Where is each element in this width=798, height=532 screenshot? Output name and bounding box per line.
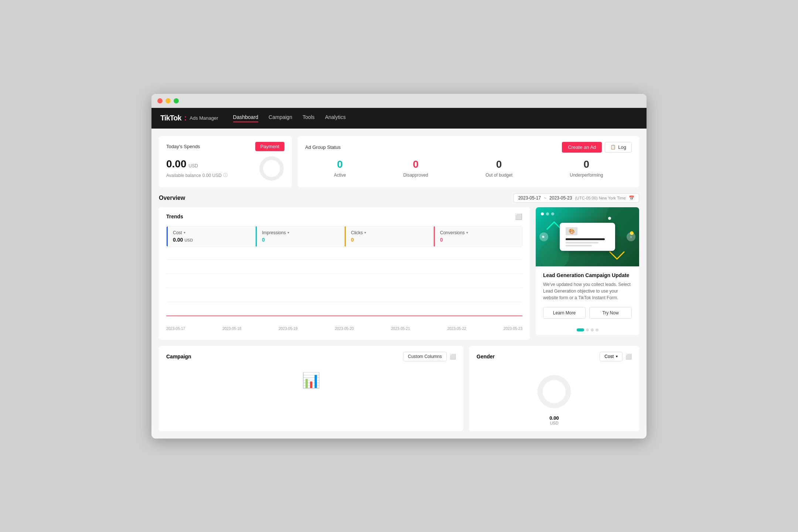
- x-label-1: 2023-05-18: [222, 327, 241, 331]
- svg-point-12: [540, 378, 568, 406]
- conversions-label: Conversions ▾: [440, 230, 517, 235]
- chart-area: 2023-05-17 2023-05-18 2023-05-19 2023-05…: [166, 253, 522, 334]
- under-count: 0: [570, 158, 603, 170]
- under-label: Underperforming: [570, 173, 603, 178]
- carousel-dots: [536, 325, 639, 335]
- spend-currency: USD: [189, 163, 198, 168]
- metric-conversions: Conversions ▾ 0: [434, 226, 522, 246]
- nav-campaign[interactable]: Campaign: [269, 114, 292, 122]
- cost-value: 0.00 USD: [173, 237, 250, 243]
- impressions-chevron[interactable]: ▾: [287, 231, 289, 235]
- trends-header: Trends ⬜: [166, 213, 522, 220]
- custom-columns-button[interactable]: Custom Columns: [403, 352, 447, 361]
- calendar-icon: 📅: [629, 195, 634, 201]
- promo-title: Lead Generation Campaign Update: [543, 272, 632, 278]
- gender-donut-container: [477, 366, 632, 414]
- spend-value: 0.00: [166, 158, 187, 170]
- overview-header: Overview 2023-05-17 ~ 2023-05-23 (UTC-05…: [159, 193, 639, 203]
- x-label-2: 2023-05-19: [279, 327, 297, 331]
- navbar: TikTok : Ads Manager Dashboard Campaign …: [151, 108, 647, 129]
- conversions-chevron[interactable]: ▾: [466, 231, 468, 235]
- campaign-actions: Custom Columns ⬜: [403, 352, 456, 361]
- disapproved-label: Disapproved: [403, 173, 428, 178]
- clicks-label: Clicks ▾: [351, 230, 428, 235]
- spend-content: 0.00 USD Available balance 0.00 USD ⓘ: [166, 156, 284, 181]
- spend-amount: 0.00 USD: [166, 158, 259, 170]
- empty-campaign-icon: 📊: [302, 372, 320, 389]
- app-window: TikTok : Ads Manager Dashboard Campaign …: [151, 94, 647, 439]
- promo-image: 🎨 ‹ ›: [536, 207, 639, 266]
- metric-clicks: Clicks ▾ 0: [345, 226, 433, 246]
- campaign-title: Campaign: [166, 354, 191, 359]
- promo-card: 🎨 ‹ ›: [536, 207, 639, 335]
- gender-title: Gender: [477, 354, 495, 359]
- donut-chart: [259, 156, 284, 181]
- status-actions: Create an Ad 📋 Log: [562, 142, 632, 153]
- window-dot-3: [551, 212, 554, 215]
- svg-point-0: [261, 158, 282, 179]
- metric-cost: Cost ▾ 0.00 USD: [167, 226, 255, 246]
- status-budget: 0 Out of budget: [485, 158, 512, 178]
- export-campaign-icon[interactable]: ⬜: [450, 354, 456, 359]
- balance-value: 0.00 USD: [202, 173, 222, 178]
- cost-dropdown[interactable]: Cost ▾: [600, 352, 623, 361]
- cost-unit: USD: [184, 238, 193, 242]
- export-gender-icon[interactable]: ⬜: [625, 354, 632, 359]
- campaign-empty-state: 📊: [166, 366, 456, 395]
- bottom-row: Campaign Custom Columns ⬜ 📊 Gender: [159, 346, 639, 431]
- disapproved-count: 0: [403, 158, 428, 170]
- clicks-value: 0: [351, 237, 428, 243]
- spend-header: Today's Spends Payment: [166, 142, 284, 151]
- cost-dropdown-label: Cost: [604, 354, 614, 359]
- date-range-picker[interactable]: 2023-05-17 ~ 2023-05-23 (UTC-05:00) New …: [514, 193, 639, 203]
- main-content: Today's Spends Payment 0.00 USD Availabl…: [151, 129, 647, 439]
- conversions-value: 0: [440, 237, 517, 243]
- mockup-line-1: [566, 238, 605, 240]
- carousel-next-button[interactable]: ›: [627, 232, 635, 241]
- tiktok-logo: TikTok: [160, 114, 181, 122]
- status-underperforming: 0 Underperforming: [570, 158, 603, 178]
- learn-more-button[interactable]: Learn More: [543, 307, 586, 319]
- chart-x-labels: 2023-05-17 2023-05-18 2023-05-19 2023-05…: [166, 324, 522, 331]
- date-end: 2023-05-23: [549, 195, 572, 201]
- spend-text: 0.00 USD Available balance 0.00 USD ⓘ: [166, 158, 259, 178]
- x-label-0: 2023-05-17: [166, 327, 185, 331]
- status-disapproved: 0 Disapproved: [403, 158, 428, 178]
- metrics-row: Cost ▾ 0.00 USD Impressions ▾ 0: [166, 226, 522, 247]
- date-start: 2023-05-17: [518, 195, 541, 201]
- cost-dropdown-chevron: ▾: [616, 354, 618, 358]
- x-label-6: 2023-05-23: [504, 327, 522, 331]
- minimize-dot[interactable]: [166, 98, 171, 103]
- try-now-button[interactable]: Try Now: [589, 307, 632, 319]
- carousel-prev-button[interactable]: ‹: [539, 232, 548, 241]
- spend-balance: Available balance 0.00 USD ⓘ: [166, 172, 259, 178]
- mockup-card: 🎨: [560, 223, 615, 251]
- x-label-3: 2023-05-20: [335, 327, 354, 331]
- carousel-dot-2[interactable]: [591, 328, 594, 331]
- log-button[interactable]: 📋 Log: [605, 142, 632, 153]
- clicks-chevron[interactable]: ▾: [364, 231, 366, 235]
- nav-tools[interactable]: Tools: [303, 114, 315, 122]
- gender-card: Gender Cost ▾ ⬜: [469, 346, 639, 431]
- gender-cost-label: USD: [477, 421, 632, 425]
- cost-chevron[interactable]: ▾: [184, 231, 185, 235]
- nav-analytics[interactable]: Analytics: [325, 114, 346, 122]
- nav-dashboard[interactable]: Dashboard: [233, 114, 259, 122]
- gender-chart: 0.00 USD: [477, 366, 632, 425]
- info-icon: ⓘ: [223, 172, 228, 178]
- close-dot[interactable]: [157, 98, 163, 103]
- active-label: Active: [334, 173, 346, 178]
- export-icon[interactable]: ⬜: [515, 213, 522, 220]
- carousel-dot-3[interactable]: [596, 328, 598, 331]
- mockup-icon: 🎨: [566, 227, 577, 235]
- create-ad-button[interactable]: Create an Ad: [562, 142, 602, 153]
- payment-button[interactable]: Payment: [255, 142, 284, 151]
- status-items: 0 Active 0 Disapproved 0 Out of budget 0…: [305, 158, 632, 178]
- maximize-dot[interactable]: [174, 98, 179, 103]
- carousel-dot-1[interactable]: [586, 328, 589, 331]
- carousel-dot-0[interactable]: [577, 328, 584, 331]
- balance-label: Available balance: [166, 173, 201, 178]
- active-count: 0: [334, 158, 346, 170]
- metric-impressions: Impressions ▾ 0: [256, 226, 344, 246]
- promo-content: Lead Generation Campaign Update We've up…: [536, 266, 639, 325]
